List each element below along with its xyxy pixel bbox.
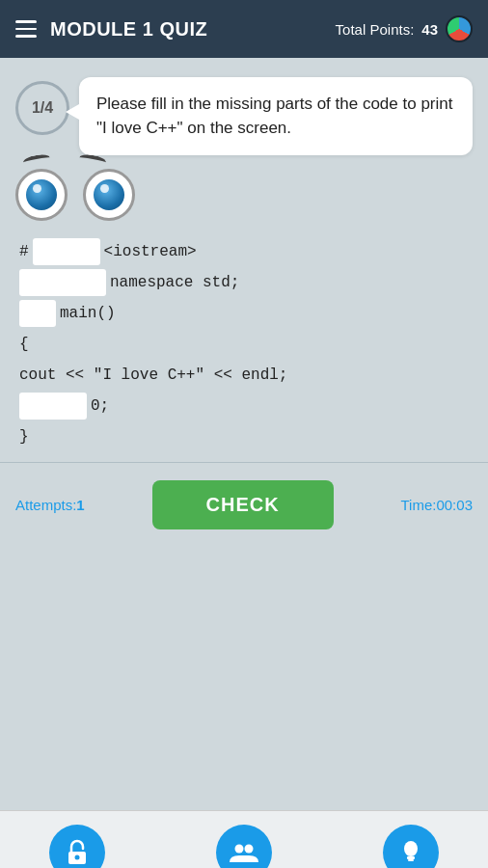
time-value: 00:03: [436, 497, 473, 513]
svg-point-1: [75, 855, 80, 860]
code-line-6: 0;: [19, 391, 469, 421]
right-pupil: [94, 179, 124, 210]
left-eyebrow: [22, 153, 50, 168]
header: MODULE 1 QUIZ Total Points: 43: [0, 0, 488, 58]
code-input-3[interactable]: [19, 300, 56, 327]
svg-rect-8: [408, 859, 414, 861]
code-input-4[interactable]: [19, 393, 87, 420]
speech-bubble: Please fill in the missing parts of the …: [79, 77, 473, 155]
unlock-answer-button[interactable]: Unlock Answer 10: [49, 825, 105, 868]
code-area: # <iostream> namespace std; main() { cou…: [0, 221, 488, 462]
top-section: 1/4 Please fill in the missing parts of …: [0, 58, 488, 165]
speech-bubble-text: Please fill in the missing parts of the …: [96, 95, 452, 137]
time-display: Time:00:03: [400, 497, 473, 513]
code-line-3: main(): [19, 298, 469, 329]
eyes: [15, 169, 135, 221]
attempts-display: Attempts:1: [15, 497, 85, 513]
code-suffix-1: <iostream>: [104, 236, 197, 267]
header-left: MODULE 1 QUIZ: [15, 18, 207, 41]
unlock-icon-circle: [49, 825, 105, 868]
code-input-1[interactable]: [33, 238, 100, 265]
right-eyebrow: [78, 153, 106, 168]
code-input-2[interactable]: [19, 269, 106, 296]
attempts-value: 1: [76, 497, 84, 513]
points-value: 43: [421, 21, 438, 38]
code-line-4: {: [19, 329, 469, 360]
code-line-5: cout << "I love C++" << endl;: [19, 360, 469, 391]
total-points-label: Total Points:: [336, 21, 415, 38]
code-text-7: }: [19, 421, 29, 452]
attempts-label: Attempts:: [15, 497, 76, 513]
svg-point-3: [244, 845, 253, 854]
hint-icon-circle: [383, 825, 439, 868]
main-content: 1/4 Please fill in the missing parts of …: [0, 58, 488, 810]
hint-button[interactable]: Hint 5: [383, 825, 439, 868]
code-line-7: }: [19, 421, 469, 452]
svg-point-6: [404, 841, 418, 856]
code-line-2: namespace std;: [19, 267, 469, 298]
code-suffix-2: namespace std;: [110, 267, 239, 298]
svg-rect-7: [407, 856, 415, 859]
right-eye: [83, 169, 135, 221]
unlock-icon: [61, 836, 94, 868]
mascot: [0, 155, 488, 221]
friends-icon: [228, 836, 260, 868]
code-text-4: {: [19, 329, 29, 360]
ask-friends-button[interactable]: Ask Friends f: [204, 825, 284, 868]
header-right: Total Points: 43: [336, 15, 473, 42]
check-button[interactable]: CHECK: [152, 480, 334, 529]
footer: Unlock Answer 10 Ask Friends f: [0, 810, 488, 868]
action-bar: Attempts:1 CHECK Time:00:03: [0, 462, 488, 547]
logo-icon: [446, 15, 473, 42]
svg-point-2: [234, 845, 243, 854]
code-line-1: # <iostream>: [19, 236, 469, 267]
menu-button[interactable]: [15, 20, 37, 38]
code-suffix-3: main(): [60, 298, 116, 329]
lightbulb-icon: [394, 836, 427, 868]
eyebrows: [23, 155, 106, 165]
left-eye: [15, 169, 68, 221]
code-text-5: cout << "I love C++" << endl;: [19, 360, 287, 391]
ask-friends-icon-circle: [216, 825, 272, 868]
code-suffix-6: 0;: [91, 391, 109, 421]
left-pupil: [26, 179, 57, 210]
progress-badge: 1/4: [15, 81, 69, 135]
page-title: MODULE 1 QUIZ: [50, 18, 207, 41]
time-label: Time:: [400, 497, 436, 513]
code-prefix-1: #: [19, 236, 29, 267]
